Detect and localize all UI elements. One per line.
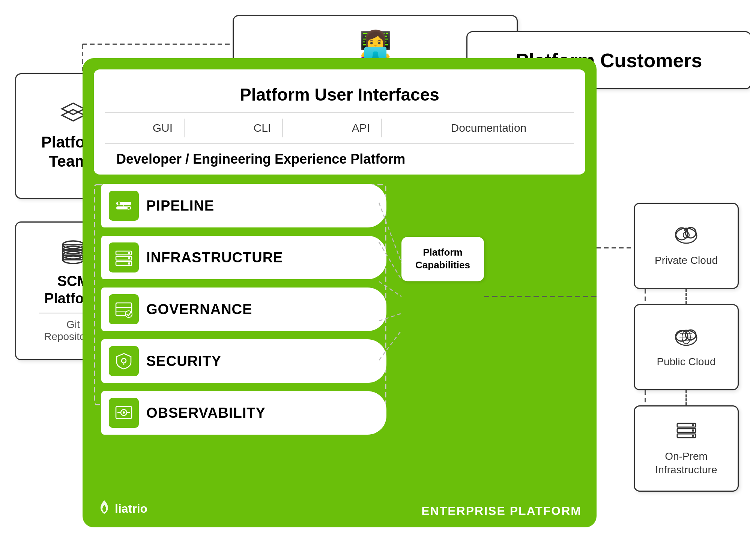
platform-capabilities-label: PlatformCapabilities [415, 247, 470, 271]
svg-point-35 [122, 358, 126, 363]
public-cloud-box: Public Cloud [634, 304, 739, 390]
security-icon [109, 346, 139, 376]
svg-point-24 [127, 206, 130, 209]
observability-bar: OBSERVABILITY [101, 391, 386, 435]
observability-icon [109, 398, 139, 428]
governance-bar: GOVERNANCE [101, 288, 386, 331]
private-cloud-box: Private Cloud [634, 203, 739, 289]
security-bar: SECURITY [101, 339, 386, 383]
dev-exp-title: Developer / Engineering Experience Platf… [105, 144, 574, 175]
public-cloud-icon [674, 326, 699, 351]
private-cloud-icon [674, 224, 699, 250]
pipeline-label: PIPELINE [146, 198, 214, 214]
security-label: SECURITY [146, 353, 221, 369]
svg-point-29 [128, 257, 130, 259]
svg-point-23 [117, 202, 120, 205]
observability-label: OBSERVABILITY [146, 405, 266, 421]
diagram-container: 👩‍💻 Platform Customers PlatformTeams [0, 0, 750, 560]
liatrio-text: liatrio [115, 502, 147, 516]
infrastructure-label: INFRASTRUCTURE [146, 250, 283, 266]
tab-cli: CLI [242, 119, 283, 137]
governance-row: GOVERNANCE [101, 288, 578, 331]
svg-marker-12 [62, 110, 84, 121]
observability-row: OBSERVABILITY [101, 391, 578, 435]
tab-documentation: Documentation [439, 119, 538, 137]
governance-label: GOVERNANCE [146, 301, 252, 318]
pipeline-icon [109, 191, 139, 221]
capabilities-wrapper: PIPELINE [94, 184, 585, 435]
infrastructure-bar: INFRASTRUCTURE [101, 236, 386, 279]
svg-point-34 [125, 311, 132, 318]
private-cloud-label: Private Cloud [655, 254, 718, 267]
svg-point-39 [123, 411, 125, 414]
governance-icon [109, 294, 139, 324]
svg-point-30 [128, 262, 130, 265]
platform-capabilities-box: PlatformCapabilities [401, 237, 484, 281]
platform-ui-box: Platform User Interfaces GUI CLI API Doc… [94, 69, 585, 175]
infrastructure-row: INFRASTRUCTURE [101, 236, 578, 279]
tab-api: API [341, 119, 382, 137]
pipeline-bar: PIPELINE [101, 184, 386, 227]
platform-ui-title: Platform User Interfaces [105, 77, 574, 113]
svg-marker-11 [62, 103, 84, 114]
svg-point-65 [692, 429, 694, 432]
tab-gui: GUI [141, 119, 185, 137]
svg-point-28 [128, 252, 130, 254]
cloud-connector-2 [685, 390, 687, 405]
security-row: SECURITY [101, 339, 578, 383]
capabilities-area: PIPELINE [98, 184, 582, 435]
onprem-icon [674, 420, 699, 446]
svg-point-64 [692, 424, 694, 426]
svg-point-66 [692, 435, 694, 437]
infrastructure-icon [109, 242, 139, 272]
cloud-connector-1 [685, 289, 687, 304]
public-cloud-label: Public Cloud [657, 355, 715, 369]
onprem-label: On-PremInfrastructure [655, 450, 717, 477]
customer-icon: 👩‍💻 [359, 29, 392, 60]
liatrio-flame-icon [98, 500, 111, 518]
enterprise-platform: Platform User Interfaces GUI CLI API Doc… [83, 58, 597, 527]
enterprise-platform-label: ENTERPRISE PLATFORM [421, 504, 582, 518]
platform-ui-tabs: GUI CLI API Documentation [105, 113, 574, 144]
onprem-box: On-PremInfrastructure [634, 405, 739, 492]
pipeline-row: PIPELINE [101, 184, 578, 227]
liatrio-logo: liatrio [98, 500, 147, 518]
